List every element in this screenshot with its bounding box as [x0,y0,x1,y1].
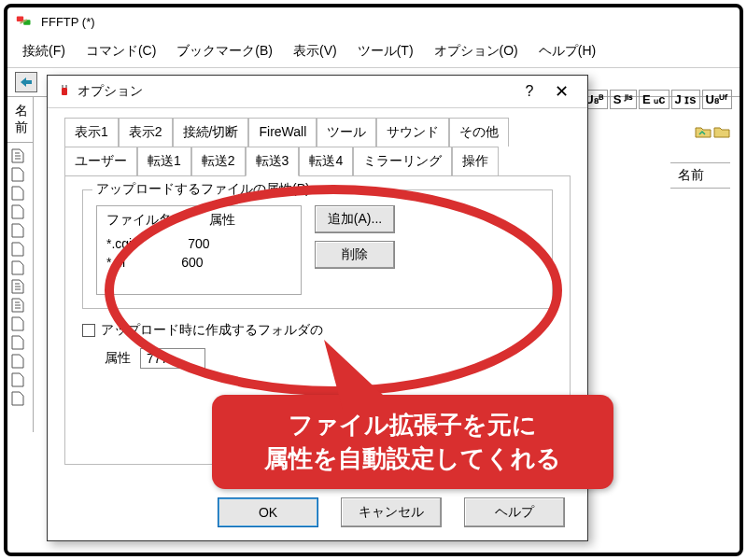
list-item[interactable] [11,277,29,296]
tab-operation[interactable]: 操作 [452,147,499,176]
enc-uf8[interactable]: U₈ᵁᶠ [702,90,732,109]
remote-folder-toolbar [695,125,730,138]
dialog-help-icon[interactable]: ? [514,83,544,100]
list-item[interactable] [11,315,29,333]
svg-rect-0 [17,17,23,22]
folder-attr-input[interactable] [140,348,205,369]
menu-view[interactable]: 表示(V) [284,39,346,63]
nav-back-icon[interactable] [15,72,37,92]
main-window-titlebar: FFFTP (*) [7,7,740,35]
cell-file: *.cgi [106,236,132,251]
cell-attr: 700 [188,236,209,251]
delete-button[interactable]: 削除 [315,241,395,269]
tab-mirroring[interactable]: ミラーリング [353,147,452,176]
options-plug-icon [57,84,72,99]
tab-transfer2[interactable]: 転送2 [191,147,246,176]
folder-open-icon[interactable] [713,125,730,138]
tab-connect[interactable]: 接続/切断 [173,118,249,147]
list-item[interactable] [11,259,29,277]
menubar: 接続(F) コマンド(C) ブックマーク(B) 表示(V) ツール(T) オプシ… [7,35,740,68]
tab-tool[interactable]: ツール [317,118,376,147]
list-item[interactable] [11,184,29,203]
cell-attr: 600 [181,255,203,270]
cell-file: *.pl [106,255,125,270]
list-item[interactable] [11,165,29,184]
table-row[interactable]: *.cgi 700 [106,234,291,253]
local-file-list[interactable] [7,143,33,412]
menu-bookmark[interactable]: ブックマーク(B) [167,39,282,63]
menu-option[interactable]: オプション(O) [425,39,528,63]
remote-pane-header[interactable]: 名前 [670,162,730,189]
dialog-close-icon[interactable]: ✕ [544,81,578,102]
checkbox-label: アップロード時に作成するフォルダの [101,322,323,339]
menu-connect[interactable]: 接続(F) [13,39,75,63]
tab-other[interactable]: その他 [449,118,509,147]
folder-attr-label: 属性 [105,350,131,367]
dialog-title: オプション [78,83,514,100]
menu-command[interactable]: コマンド(C) [77,39,165,63]
list-item[interactable] [11,147,29,165]
add-button[interactable]: 追加(A)... [315,205,395,233]
menu-tool[interactable]: ツール(T) [348,39,423,63]
list-item[interactable] [11,203,29,221]
list-item[interactable] [11,296,29,315]
table-row[interactable]: *.pl 600 [106,253,291,272]
tab-display2[interactable]: 表示2 [119,118,173,147]
list-item[interactable] [11,352,29,371]
tab-transfer4[interactable]: 転送4 [299,147,353,176]
annotation-callout: ファイル拡張子を元に 属性を自動設定してくれる [212,395,613,507]
upload-attr-list[interactable]: ファイル名 属性 *.cgi 700 *.pl 600 [96,205,302,295]
col-attr: 属性 [209,212,235,229]
list-item[interactable] [11,221,29,240]
tab-firewall[interactable]: FireWall [248,118,317,147]
upload-attr-groupbox: アップロードするファイルの属性(P) ファイル名 属性 *.cgi 700 [82,189,553,309]
annotation-line1: ファイル拡張子を元に [231,408,595,441]
annotation-line2: 属性を自動設定してくれる [231,441,595,475]
enc-euc[interactable]: E ᵤc [639,90,669,109]
encoding-toolbar: U₈ᴮ S ᴶᴵˢ E ᵤc J ɪs U₈ᵁᶠ [581,90,732,109]
tab-sound[interactable]: サウンド [376,118,449,147]
options-dialog: オプション ? ✕ 表示1 表示2 接続/切断 FireWall ツール サウン… [47,75,588,541]
tab-user[interactable]: ユーザー [64,147,137,176]
list-item[interactable] [11,333,29,352]
main-window-title: FFFTP (*) [41,15,95,29]
tab-transfer1[interactable]: 転送1 [137,147,191,176]
checkbox-icon[interactable] [82,324,95,337]
enc-sjis[interactable]: S ᴶᴵˢ [610,90,637,109]
col-filename: ファイル名 [106,212,172,229]
tab-transfer3[interactable]: 転送3 [246,147,300,176]
local-pane-header[interactable]: 名前 [7,97,33,143]
list-item[interactable] [11,371,29,389]
list-item[interactable] [11,389,29,408]
folder-up-icon[interactable] [695,125,712,138]
list-item[interactable] [11,240,29,259]
enc-jis[interactable]: J ɪs [671,90,700,109]
svg-rect-2 [62,88,67,95]
menu-help[interactable]: ヘルプ(H) [529,39,605,63]
app-logo-icon [15,11,35,32]
tab-display1[interactable]: 表示1 [64,118,119,147]
groupbox-legend: アップロードするファイルの属性(P) [92,181,314,198]
